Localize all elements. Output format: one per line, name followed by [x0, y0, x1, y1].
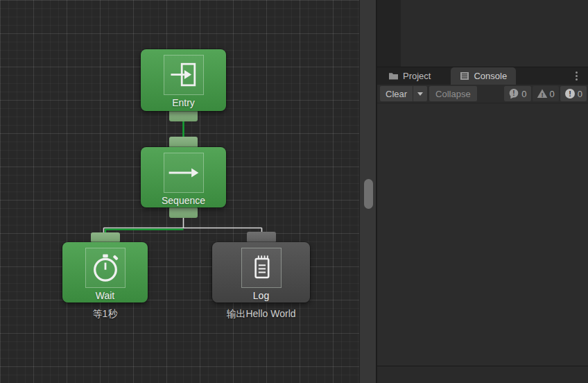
entry-out-port[interactable] — [169, 110, 198, 121]
node-wait-caption: 等1秒 — [62, 308, 148, 321]
error-count: 0 — [578, 89, 582, 99]
clear-button-group: Clear — [380, 86, 427, 101]
wait-in-port[interactable] — [91, 232, 120, 243]
svg-text:!: ! — [541, 91, 543, 99]
warning-count: 0 — [550, 89, 555, 99]
tab-console[interactable]: Console — [451, 67, 516, 85]
console-counters: ! 0 ! 0 ! 0 — [504, 86, 587, 101]
node-entry-label: Entry — [172, 97, 195, 108]
node-sequence[interactable]: Sequence — [141, 147, 226, 207]
node-log-caption: 输出Hello World — [212, 308, 310, 321]
error-count-toggle[interactable]: ! 0 — [560, 86, 587, 101]
clear-dropdown-button[interactable] — [413, 86, 427, 101]
console-toolbar: Clear Collapse ! 0 ! — [377, 85, 588, 103]
kebab-menu-icon[interactable] — [571, 70, 581, 82]
console-icon — [460, 71, 469, 80]
log-in-port[interactable] — [247, 232, 276, 243]
editor-window: Entry Sequence Wait — [0, 0, 588, 383]
node-log-label: Log — [253, 290, 269, 301]
svg-text:!: ! — [569, 90, 571, 98]
message-count: 0 — [521, 89, 526, 99]
warning-count-toggle[interactable]: ! 0 — [533, 86, 559, 101]
node-wait-label: Wait — [96, 290, 114, 301]
node-sequence-label: Sequence — [162, 195, 205, 206]
upper-panel-remnant — [377, 0, 588, 67]
notepad-icon — [241, 248, 282, 288]
right-dock-panel: Project Console Clear Collapse — [376, 0, 588, 383]
tab-project[interactable]: Project — [379, 67, 440, 85]
stopwatch-icon — [85, 248, 126, 288]
behavior-tree-canvas[interactable]: Entry Sequence Wait — [0, 0, 359, 383]
error-circle-icon: ! — [564, 88, 576, 99]
node-log[interactable]: Log — [212, 242, 310, 303]
vertical-scrollbar-track[interactable] — [359, 0, 376, 383]
message-count-toggle[interactable]: ! 0 — [504, 86, 530, 101]
collapse-button[interactable]: Collapse — [429, 86, 477, 101]
node-wait[interactable]: Wait — [62, 242, 148, 303]
console-status-bar — [377, 366, 588, 383]
message-bubble-icon: ! — [508, 88, 519, 99]
vertical-scrollbar-thumb[interactable] — [364, 179, 373, 209]
console-log-list[interactable] — [377, 103, 588, 366]
chevron-down-icon — [417, 92, 423, 96]
panel-tab-bar: Project Console — [377, 67, 588, 85]
warning-triangle-icon: ! — [537, 88, 548, 99]
clear-button[interactable]: Clear — [380, 89, 413, 99]
tab-console-label: Console — [474, 71, 507, 81]
entry-icon — [164, 55, 204, 95]
svg-text:!: ! — [513, 90, 515, 97]
folder-icon — [388, 71, 399, 80]
tab-project-label: Project — [403, 71, 431, 81]
node-entry[interactable]: Entry — [141, 49, 226, 111]
upper-panel-sidebar — [377, 0, 401, 67]
sequence-icon — [164, 153, 204, 193]
sequence-out-port[interactable] — [169, 207, 198, 218]
